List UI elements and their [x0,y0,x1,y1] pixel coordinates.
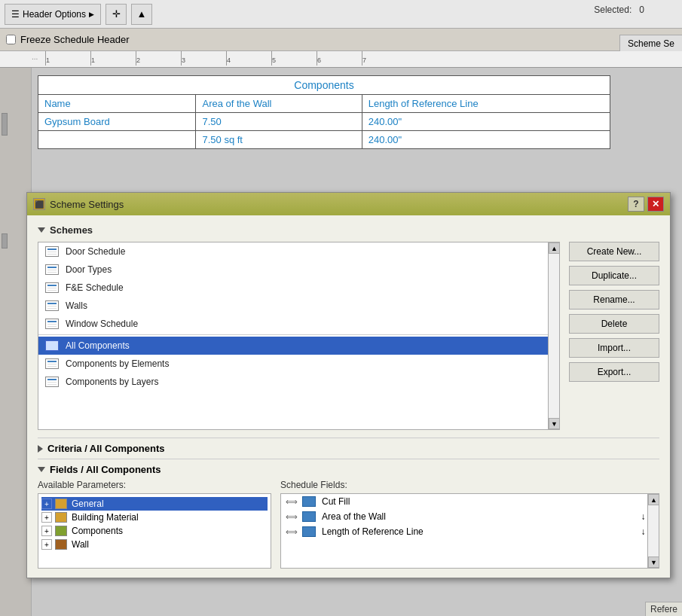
export-button[interactable]: Export... [569,362,659,382]
available-params-panel: Available Parameters: + General + Buil [38,480,271,569]
schedule-fields-list[interactable]: ⟺ Cut Fill ↓ ⟺ Area of the Wall [280,493,659,569]
selected-label: Selected: [594,5,632,15]
create-new-button[interactable]: Create New... [569,242,659,261]
list-item-label: All Components [66,340,130,351]
list-item[interactable]: Door Types [38,261,559,279]
left-panel-handle2[interactable] [2,233,8,249]
dialog-help-button[interactable]: ? [628,197,644,212]
bottom-ref-label: Refere [645,602,682,616]
sort-down-icon: ↓ [641,526,646,537]
schemes-listbox[interactable]: Door Schedule Door Types F&E Schedule [38,242,560,430]
dialog-titlebar: ⬛ Scheme Settings ? ✕ [27,193,670,215]
import-label: Import... [598,343,631,353]
list-item[interactable]: Components by Elements [38,355,559,373]
fields-header: Fields / All Components [38,459,659,480]
list-item-label: Door Schedule [66,246,125,257]
params-tree[interactable]: + General + Building Material + [38,493,271,569]
criteria-header[interactable]: Criteria / All Components [38,438,659,459]
duplicate-button[interactable]: Duplicate... [569,266,659,285]
schedule-field-item[interactable]: ⟺ Area of the Wall ↓ Σ [281,509,659,524]
list-item[interactable]: Components by Layers [38,373,559,391]
available-params-label: Available Parameters: [38,480,271,490]
schemes-content: Door Schedule Door Types F&E Schedule [38,242,659,430]
tree-item-icon [55,526,67,536]
scroll-track[interactable] [648,505,659,557]
schedule-fields-label: Schedule Fields: [280,480,659,490]
scroll-track[interactable] [549,254,559,418]
dialog-title-left: ⬛ Scheme Settings [33,198,124,210]
list-item[interactable]: Door Schedule [38,242,559,261]
scroll-up-arrow[interactable]: ▲ [549,242,560,254]
tree-item[interactable]: + Components [41,524,268,538]
scroll-down-arrow[interactable]: ▼ [648,557,659,568]
dialog-icon-shape: ⬛ [35,200,44,209]
tree-expand-icon[interactable]: + [41,499,52,509]
fields-collapse-icon[interactable] [38,467,45,472]
tree-expand-icon[interactable]: + [41,539,52,550]
scheme-settings-shortcut-button[interactable]: Scheme Se [619,35,682,53]
dialog-body: Schemes Door Schedule Door Types [27,215,670,578]
delete-button[interactable]: Delete [569,314,659,334]
list-item-icon [44,300,60,312]
schedule-title: Components [38,76,610,95]
schemes-section-header: Schemes [38,224,659,236]
tree-item[interactable]: + Wall [41,538,268,551]
col-header-length: Length of Reference Line [362,95,610,113]
schemes-collapse-icon[interactable] [38,227,45,233]
rename-label: Rename... [593,294,635,305]
field-label: Length of Reference Line [322,526,424,537]
col-header-name: Name [38,95,196,113]
list-item-label: Components by Elements [66,358,169,369]
scroll-up-arrow[interactable]: ▲ [648,494,659,505]
tree-item[interactable]: + General [41,497,268,511]
stamp-button[interactable]: ▲ [131,4,152,25]
tree-item[interactable]: + Building Material [41,511,268,524]
list-item[interactable]: Walls [38,297,559,315]
tree-item-icon [55,512,67,523]
list-item-icon [44,340,60,352]
toolbar: ☰ Header Options ▶ ✛ ▲ [0,0,682,29]
criteria-label: Criteria / All Components [47,443,165,454]
scroll-down-arrow[interactable]: ▼ [549,418,560,429]
tree-expand-icon[interactable]: + [41,526,52,536]
col-header-area: Area of the Wall [196,95,362,113]
ruler-mark: 7 [362,51,407,66]
freeze-label: Freeze Schedule Header [20,34,130,45]
ruler-mark: 1 [45,51,90,66]
list-item[interactable]: Window Schedule [38,315,559,333]
list-item[interactable]: F&E Schedule [38,279,559,297]
export-label: Export... [598,367,632,377]
header-options-button[interactable]: ☰ Header Options ▶ [5,4,101,25]
rename-button[interactable]: Rename... [569,290,659,310]
ruler-mark: 5 [271,51,317,66]
list-scrollbar[interactable]: ▲ ▼ [548,242,559,429]
schedule-icon [45,246,59,257]
tree-item-label: Components [72,526,123,536]
schedule-area: Components Name Area of the Wall Length … [0,68,682,196]
fields-content: Available Parameters: + General + Buil [38,480,659,569]
left-panel-handle[interactable] [2,113,8,136]
header-options-label: Header Options [23,9,86,20]
field-label: Cut Fill [322,496,350,507]
duplicate-label: Duplicate... [592,270,637,281]
schedule-fields-scrollbar[interactable]: ▲ ▼ [647,494,659,568]
dropdown-arrow-icon: ▶ [89,11,94,18]
tree-expand-icon[interactable]: + [41,512,52,523]
schedule-field-item[interactable]: ⟺ Cut Fill ↓ [281,494,659,509]
field-icon [302,496,316,507]
ruler-mark: 3 [181,51,226,66]
list-item[interactable]: All Components [38,337,559,355]
import-button[interactable]: Import... [569,338,659,358]
list-item-label: F&E Schedule [66,282,124,293]
cell-length-1: 240.00" [362,131,610,149]
table-row: 7.50 sq ft 240.00" [38,131,610,149]
scheme-settings-shortcut-label: Scheme Se [628,38,674,49]
schemes-label: Schemes [50,224,93,236]
pin-button[interactable]: ✛ [106,4,127,25]
schedule-field-item[interactable]: ⟺ Length of Reference Line ↓ Σ [281,524,659,539]
list-item-label: Window Schedule [66,319,138,329]
criteria-expand-icon[interactable] [38,445,43,453]
freeze-checkbox[interactable] [6,35,16,44]
dialog-close-button[interactable]: ✕ [647,197,664,212]
field-move-icon: ⟺ [286,527,298,537]
